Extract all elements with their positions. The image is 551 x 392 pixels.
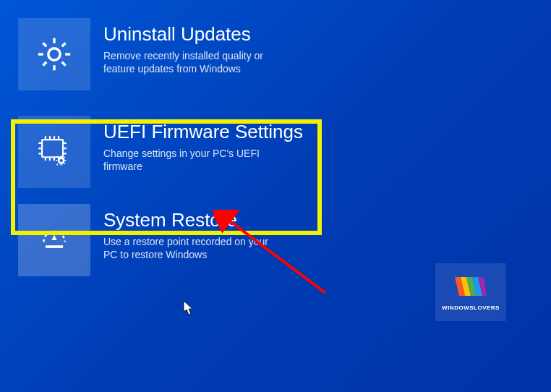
gear-icon — [18, 18, 90, 90]
svg-point-0 — [48, 48, 60, 60]
option-desc: Use a restore point recorded on your PC … — [103, 235, 284, 263]
svg-rect-18 — [46, 245, 63, 248]
option-uninstall-updates[interactable]: Uninstall Updates Remove recently instal… — [18, 18, 322, 90]
mouse-cursor — [183, 300, 195, 316]
option-desc: Change settings in your PC's UEFI firmwa… — [103, 147, 284, 174]
svg-rect-1 — [42, 140, 63, 157]
logo-icon — [453, 274, 488, 300]
svg-point-17 — [59, 159, 62, 162]
watermark-logo: WINDOWSLOVERS — [435, 263, 506, 321]
logo-text: WINDOWSLOVERS — [442, 304, 500, 311]
option-title: System Restore — [103, 210, 284, 231]
option-desc: Remove recently installed quality or fea… — [103, 49, 284, 77]
option-system-restore[interactable]: System Restore Use a restore point recor… — [18, 204, 322, 276]
option-title: Uninstall Updates — [103, 24, 284, 45]
option-title: UEFI Firmware Settings — [103, 122, 303, 142]
svg-marker-19 — [51, 235, 56, 240]
chip-gear-icon — [18, 116, 90, 188]
option-uefi-firmware[interactable]: UEFI Firmware Settings Change settings i… — [18, 116, 322, 188]
restore-icon — [18, 204, 90, 276]
